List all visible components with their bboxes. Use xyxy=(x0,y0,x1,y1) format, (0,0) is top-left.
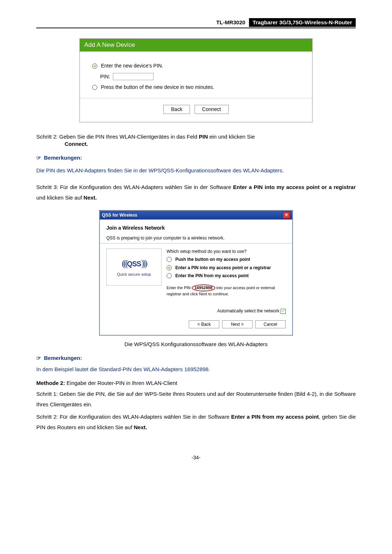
auto-select-row[interactable]: Automatically select the network ✓ xyxy=(100,302,292,315)
step3-text: Schritt 3: Für die Konfiguration des WLA… xyxy=(36,182,356,203)
qss-subtext: QSS is preparing to join your computer t… xyxy=(106,235,286,241)
qss-cancel-button[interactable]: Cancel xyxy=(255,320,286,328)
pointing-hand-icon: ☞ xyxy=(36,355,41,361)
qss-logo-box: (((QSS))) Quick secure setup xyxy=(106,249,162,286)
enter-pin-option[interactable]: Enter the new device's PIN. xyxy=(92,62,300,69)
add-device-title: Add A New Device xyxy=(80,39,312,52)
page-number: -34- xyxy=(36,454,356,461)
qss-next-button[interactable]: Next > xyxy=(222,320,253,328)
option-push-button[interactable]: Push the button on my access point xyxy=(167,257,286,262)
page-header: TL-MR3020 Tragbarer 3G/3,75G-Wireless-N-… xyxy=(36,18,356,28)
checkbox-icon[interactable]: ✓ xyxy=(281,309,286,314)
radio-icon xyxy=(167,257,172,262)
pointing-hand-icon: ☞ xyxy=(36,155,41,161)
pin-instruction-text: Enter the PIN 16952898 into your access … xyxy=(167,284,286,297)
press-button-label: Press the button of the new device in tw… xyxy=(101,84,214,91)
pin-input[interactable] xyxy=(113,73,154,80)
press-button-option[interactable]: Press the button of the new device in tw… xyxy=(92,84,300,91)
qss-title: QSS for Wireless xyxy=(102,212,137,218)
radio-icon xyxy=(167,265,172,270)
method2-heading: Methode 2: Eingabe der Router-PIN in Ihr… xyxy=(36,379,356,387)
notes-heading: ☞Bemerkungen: xyxy=(36,154,356,161)
qss-back-button[interactable]: < Back xyxy=(189,320,219,328)
radio-icon xyxy=(92,63,97,69)
qss-logo-caption: Quick secure setup xyxy=(117,272,151,277)
radio-icon xyxy=(167,273,172,278)
step2-text: Schritt 2: Geben Sie die PIN Ihres WLAN-… xyxy=(36,133,356,148)
close-icon[interactable]: ✕ xyxy=(283,212,290,218)
model-label: TL-MR3020 xyxy=(216,18,249,27)
note-text: In dem Beispiel lautet die Standard-PIN … xyxy=(36,366,356,373)
add-device-dialog: Add A New Device Enter the new device's … xyxy=(79,38,313,122)
which-method-text: Which setup method do you want to use? xyxy=(167,249,286,254)
radio-icon xyxy=(92,85,97,90)
product-label: Tragbarer 3G/3,75G-Wireless-N-Router xyxy=(249,18,356,27)
pin-label: PIN: xyxy=(100,73,110,80)
m2-step2-text: Schritt 2: Für die Konfiguration des WLA… xyxy=(36,412,356,432)
qss-dialog: QSS for Wireless ✕ Join a Wireless Netwo… xyxy=(99,210,293,336)
m2-step1-text: Schritt 1: Geben Sie die PIN, die Sie au… xyxy=(36,389,356,410)
join-network-heading: Join a Wireless Network xyxy=(106,225,286,231)
option-enter-pin-ap[interactable]: Enter a PIN into my access point or a re… xyxy=(167,265,286,271)
option-enter-pin-from-ap[interactable]: Enter the PIN from my access point xyxy=(167,273,286,279)
enter-pin-label: Enter the new device's PIN. xyxy=(101,62,163,69)
notes-heading: ☞Bemerkungen: xyxy=(36,354,356,362)
highlighted-pin: 16952898 xyxy=(192,284,215,291)
figure-caption: Die WPS/QSS Konfigurationssoftware des W… xyxy=(36,341,356,348)
note-text: Die PIN des WLAN-Adapters finden Sie in … xyxy=(36,165,356,176)
connect-button[interactable]: Connect xyxy=(195,105,229,114)
back-button[interactable]: Back xyxy=(163,105,190,114)
